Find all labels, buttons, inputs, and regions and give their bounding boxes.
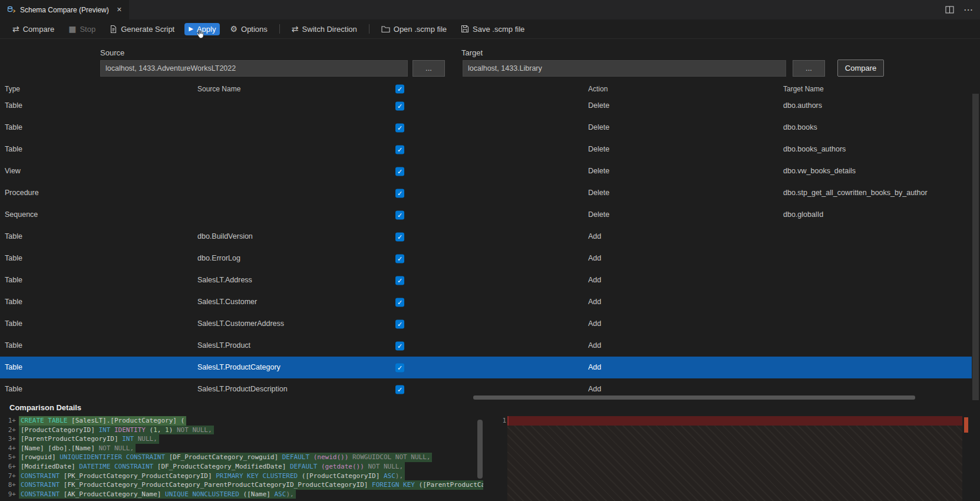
row-checkbox[interactable]: ✓ (395, 254, 404, 263)
stop-label: Stop (80, 25, 95, 34)
table-row[interactable]: Table✓Deletedbo.books_authors (0, 139, 972, 160)
row-checkbox[interactable]: ✓ (395, 101, 404, 110)
diff-line: 9+CONSTRAINT [AK_ProductCategory_Name] U… (0, 490, 483, 499)
tab-title: Schema Compare (Preview) (20, 6, 109, 14)
options-button[interactable]: ⚙ Options (226, 23, 271, 35)
row-type: Table (5, 95, 182, 117)
row-source-name: SalesLT.CustomerAddress (197, 313, 392, 335)
row-checkbox[interactable]: ✓ (395, 341, 404, 350)
open-scmp-label: Open .scmp file (394, 25, 447, 34)
row-checkbox[interactable]: ✓ (395, 319, 404, 328)
table-row[interactable]: TableSalesLT.Customer✓Add (0, 291, 972, 313)
diff-left-scrollbar[interactable] (477, 420, 483, 479)
row-action: Delete (588, 182, 765, 204)
toolbar-separator (369, 24, 369, 34)
column-source-name[interactable]: Source Name (197, 83, 392, 95)
save-scmp-button[interactable]: Save .scmp file (457, 23, 529, 35)
apply-button[interactable]: ▶ Apply (184, 23, 220, 35)
row-checkbox[interactable]: ✓ (395, 298, 404, 306)
line-number: 8+ (0, 480, 19, 490)
row-type: Table (5, 378, 182, 400)
column-type[interactable]: Type (5, 83, 182, 95)
row-checkbox[interactable]: ✓ (395, 385, 404, 394)
row-action: Add (588, 291, 765, 313)
vertical-scrollbar[interactable] (972, 94, 979, 402)
row-checkbox[interactable]: ✓ (395, 210, 404, 219)
source-browse-button[interactable]: ... (413, 60, 445, 77)
row-source-name: SalesLT.ProductDescription (197, 378, 392, 400)
diff-source-pane: 1+CREATE TABLE [SalesLT].[ProductCategor… (0, 416, 483, 501)
row-checkbox[interactable]: ✓ (395, 363, 404, 372)
table-row[interactable]: TableSalesLT.ProductCategory✓Add (0, 357, 972, 378)
row-action: Delete (588, 160, 765, 182)
row-checkbox[interactable]: ✓ (395, 145, 404, 154)
table-row[interactable]: Tabledbo.ErrorLog✓Add (0, 248, 972, 269)
table-row[interactable]: TableSalesLT.Address✓Add (0, 269, 972, 291)
row-checkbox[interactable]: ✓ (395, 276, 404, 285)
diff-line: 1+CREATE TABLE [SalesLT].[ProductCategor… (0, 416, 483, 426)
code-line: CONSTRAINT [AK_ProductCategory_Name] UNI… (19, 490, 296, 499)
split-editor-icon[interactable] (945, 6, 954, 14)
row-target-name: dbo.vw_books_details (783, 160, 969, 182)
details-header: Comparison Details (0, 400, 980, 416)
open-folder-icon (381, 25, 390, 33)
row-checkbox[interactable]: ✓ (395, 167, 404, 176)
table-row[interactable]: Procedure✓Deletedbo.stp_get_all_cowritte… (0, 182, 972, 204)
table-row[interactable]: TableSalesLT.CustomerAddress✓Add (0, 313, 972, 335)
diff-line: 7+CONSTRAINT [PK_ProductCategory_Product… (0, 472, 483, 481)
line-number: 3+ (0, 434, 19, 444)
table-row[interactable]: Sequence✓Deletedbo.globalId (0, 204, 972, 226)
row-type: Table (5, 226, 182, 248)
target-input[interactable] (463, 60, 786, 77)
compare-action-button[interactable]: Compare (837, 60, 884, 77)
code-line: CREATE TABLE [SalesLT].[ProductCategory]… (19, 416, 186, 426)
column-target-name[interactable]: Target Name (783, 83, 969, 95)
row-type: Table (5, 291, 182, 313)
row-target-name: dbo.books (783, 117, 969, 139)
compare-button[interactable]: ⇄ Compare (8, 23, 58, 35)
code-line: CONSTRAINT [PK_ProductCategory_ProductCa… (19, 472, 405, 481)
table-row[interactable]: Table✓Deletedbo.books (0, 117, 972, 139)
horizontal-scrollbar[interactable] (473, 395, 915, 400)
table-row[interactable]: TableSalesLT.Product✓Add (0, 335, 972, 357)
diff-target-pane: 1 (497, 416, 962, 501)
open-scmp-button[interactable]: Open .scmp file (377, 23, 451, 35)
generate-script-button[interactable]: Generate Script (105, 23, 179, 35)
table-row[interactable]: Tabledbo.BuildVersion✓Add (0, 226, 972, 248)
compare-label: Compare (23, 25, 54, 34)
row-source-name: dbo.ErrorLog (197, 248, 392, 269)
source-label: Source (100, 48, 124, 57)
tab-schema-compare[interactable]: Schema Compare (Preview) ✕ (0, 0, 130, 19)
row-type: View (5, 160, 182, 182)
row-type: Table (5, 335, 182, 357)
target-label: Target (461, 48, 483, 57)
column-action[interactable]: Action (588, 83, 765, 95)
code-line: [ModifiedDate] DATETIME CONSTRAINT [DF_P… (19, 462, 405, 472)
row-action: Add (588, 226, 765, 248)
select-all-checkbox[interactable]: ✓ (395, 85, 404, 94)
line-number: 6+ (0, 462, 19, 472)
target-browse-button[interactable]: ... (793, 60, 825, 77)
row-checkbox[interactable]: ✓ (395, 123, 404, 132)
source-input[interactable] (100, 60, 408, 77)
table-row[interactable]: View✓Deletedbo.vw_books_details (0, 160, 972, 182)
row-target-name: dbo.authors (783, 95, 969, 117)
diff-line: 3+[ParentProductCategoryID] INT NULL, (0, 434, 483, 444)
table-row[interactable]: Table✓Deletedbo.authors (0, 95, 972, 117)
row-checkbox[interactable]: ✓ (395, 189, 404, 197)
row-source-name: SalesLT.ProductCategory (197, 357, 392, 378)
stop-button[interactable]: ■ Stop (64, 23, 100, 35)
close-icon[interactable]: ✕ (117, 6, 122, 14)
row-action: Delete (588, 95, 765, 117)
row-action: Delete (588, 139, 765, 160)
row-target-name: dbo.books_authors (783, 139, 969, 160)
line-number: 7+ (0, 472, 19, 481)
more-actions-icon[interactable]: ⋯ (963, 4, 973, 15)
row-type: Table (5, 248, 182, 269)
diff-line: 4+[Name] [dbo].[Name] NOT NULL, (0, 444, 483, 453)
toolbar: ⇄ Compare ■ Stop Generate Script ▶ Apply… (0, 19, 980, 39)
script-icon (110, 25, 117, 34)
row-checkbox[interactable]: ✓ (395, 232, 404, 241)
switch-direction-button[interactable]: ⇄ Switch Direction (288, 23, 361, 35)
diff-line: 6+[ModifiedDate] DATETIME CONSTRAINT [DF… (0, 462, 483, 472)
